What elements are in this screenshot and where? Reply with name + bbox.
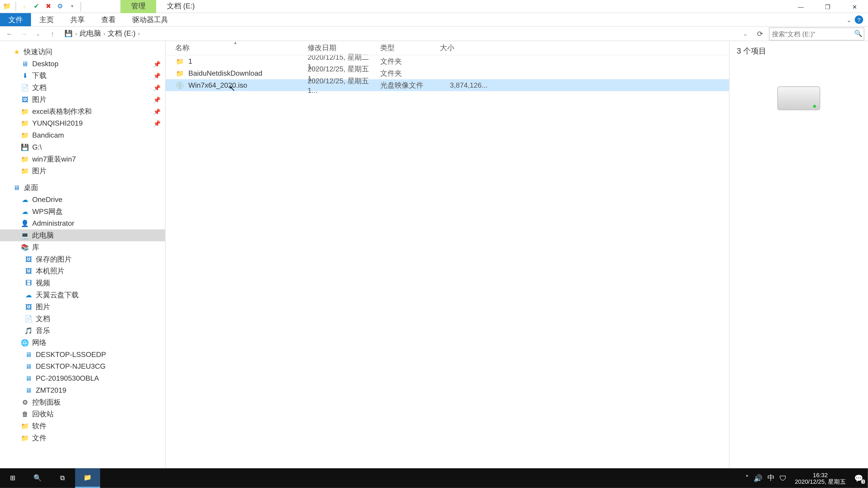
tree-item-wps[interactable]: ☁WPS网盘 xyxy=(0,205,165,218)
tree-item-music[interactable]: 🎵音乐 xyxy=(0,325,165,337)
tree-label: 桌面 xyxy=(24,183,38,193)
column-header-type[interactable]: 类型 xyxy=(380,43,440,53)
main-area: ★ 快速访问 🖥Desktop📌 ⬇下载📌 📄文档📌 🖼图片📌 📁excel表格… xyxy=(0,41,868,468)
security-icon[interactable]: 🛡 xyxy=(779,474,786,482)
breadcrumb-drive-e[interactable]: 文档 (E:) xyxy=(107,29,135,39)
separator xyxy=(16,2,16,11)
tree-label: 快速访问 xyxy=(24,47,53,57)
drive-icon: 💾 xyxy=(20,142,30,152)
address-dropdown-icon[interactable]: ⌄ xyxy=(743,30,747,37)
tree-item-network-pc4[interactable]: 🖥ZMT2019 xyxy=(0,384,165,396)
tree-item-excel-folder[interactable]: 📁excel表格制作求和📌 xyxy=(0,105,165,118)
column-header-size[interactable]: 大小 xyxy=(440,43,488,53)
close-button[interactable]: ✕ xyxy=(841,0,868,13)
document-icon: 📄 xyxy=(20,83,30,92)
tree-item-win7reinstall[interactable]: 📁win7重装win7 xyxy=(0,153,165,165)
tree-item-bandicam[interactable]: 📁Bandicam xyxy=(0,129,165,141)
chevron-right-icon: › xyxy=(75,30,77,37)
taskbar-clock[interactable]: 16:32 2020/12/25, 星期五 xyxy=(791,471,849,485)
ribbon-tab-share[interactable]: 共享 xyxy=(62,13,93,26)
ribbon-tab-view[interactable]: 查看 xyxy=(93,13,124,26)
tree-item-onedrive[interactable]: ☁OneDrive xyxy=(0,194,165,205)
qat-check-icon[interactable]: ✔ xyxy=(32,2,41,11)
back-button[interactable]: ← xyxy=(4,28,16,40)
qat-settings-icon[interactable]: ⚙ xyxy=(55,2,65,11)
tree-item-network-pc1[interactable]: 🖥DESKTOP-LSSOEDP xyxy=(0,349,165,361)
tree-label: 图片 xyxy=(32,94,46,105)
tree-item-network[interactable]: 🌐网络 xyxy=(0,337,165,349)
search-box[interactable]: 🔍 xyxy=(769,27,864,40)
search-icon[interactable]: 🔍 xyxy=(854,30,863,37)
qat-close-icon[interactable]: ✖ xyxy=(43,2,53,11)
file-row-selected[interactable]: 💿 Win7x64_2020.iso 2020/12/25, 星期五 1... … xyxy=(166,79,729,91)
tree-item-control-panel[interactable]: ⚙控制面板 xyxy=(0,396,165,408)
tree-item-pictures[interactable]: 🖼图片📌 xyxy=(0,94,165,105)
ribbon-tab-drive-tools[interactable]: 驱动器工具 xyxy=(124,13,176,26)
tree-item-software[interactable]: 📁软件 xyxy=(0,420,165,432)
drive-icon: 💾 xyxy=(64,30,73,37)
start-button[interactable]: ⊞ xyxy=(0,468,25,488)
file-type: 文件夹 xyxy=(380,56,440,66)
column-headers: ▴ 名称 修改日期 类型 大小 xyxy=(166,41,729,55)
tree-item-documents[interactable]: 📄文档📌 xyxy=(0,82,165,94)
tree-item-administrator[interactable]: 👤Administrator xyxy=(0,218,165,230)
tree-item-camera-roll[interactable]: 🖼本机照片 xyxy=(0,265,165,277)
help-icon[interactable]: ? xyxy=(855,15,863,24)
tree-label: 文件 xyxy=(32,433,46,443)
tree-item-downloads[interactable]: ⬇下载📌 xyxy=(0,70,165,82)
tree-item-pictures2[interactable]: 📁图片 xyxy=(0,165,165,177)
library-icon: 📚 xyxy=(20,242,30,252)
tree-quick-access[interactable]: ★ 快速访问 xyxy=(0,46,165,58)
folder-icon: 📁 xyxy=(20,154,30,164)
tree-item-pictures3[interactable]: 🖼图片 xyxy=(0,301,165,313)
up-button[interactable]: ↑ xyxy=(46,28,59,40)
file-row[interactable]: 📁 BaiduNetdiskDownload 2020/12/25, 星期五 1… xyxy=(166,67,729,79)
folder-icon: 📁 xyxy=(175,57,185,66)
tree-label: 网络 xyxy=(32,337,46,348)
column-header-name[interactable]: 名称 xyxy=(175,43,307,53)
search-input[interactable] xyxy=(772,30,854,37)
tree-item-this-pc[interactable]: 💻此电脑 xyxy=(0,229,165,241)
disc-icon: 💿 xyxy=(175,80,185,90)
search-button[interactable]: 🔍 xyxy=(25,468,50,488)
refresh-button[interactable]: ⟳ xyxy=(753,30,767,38)
tree-item-recycle-bin[interactable]: 🗑回收站 xyxy=(0,408,165,420)
forward-button[interactable]: → xyxy=(18,28,30,40)
ribbon-tab-home[interactable]: 主页 xyxy=(31,13,62,26)
address-box[interactable]: 💾 › 此电脑 › 文档 (E:) › ⌄ xyxy=(61,27,751,40)
tree-item-documents2[interactable]: 📄文档 xyxy=(0,313,165,325)
details-item-count: 3 个项目 xyxy=(737,46,861,57)
tree-item-g-drive[interactable]: 💾G:\ xyxy=(0,141,165,153)
task-view-button[interactable]: ⧉ xyxy=(50,468,75,488)
breadcrumb-this-pc[interactable]: 此电脑 xyxy=(80,29,101,39)
contextual-tab-manage[interactable]: 管理 xyxy=(121,0,156,13)
qat-folder-icon[interactable]: ▫ xyxy=(20,2,29,11)
tree-item-files[interactable]: 📁文件 xyxy=(0,432,165,444)
tree-item-yunqishi[interactable]: 📁YUNQISHI2019📌 xyxy=(0,117,165,129)
action-center-icon[interactable]: 💬3 xyxy=(854,474,863,482)
ime-indicator[interactable]: 中 xyxy=(767,473,775,483)
column-header-date[interactable]: 修改日期 xyxy=(308,43,380,53)
tree-item-desktop[interactable]: 🖥Desktop📌 xyxy=(0,58,165,70)
recent-locations-dropdown[interactable]: ⌄ xyxy=(32,28,44,40)
tree-label: 本机照片 xyxy=(36,266,64,276)
taskbar-explorer[interactable]: 📁 xyxy=(75,468,100,488)
ribbon-expand-icon[interactable]: ⌄ xyxy=(846,17,851,23)
tree-item-network-pc3[interactable]: 🖥PC-20190530OBLA xyxy=(0,372,165,384)
maximize-button[interactable]: ❐ xyxy=(814,0,841,13)
file-row[interactable]: 📁 1 2020/12/15, 星期二 1... 文件夹 xyxy=(166,55,729,67)
tree-item-network-pc2[interactable]: 🖥DESKTOP-NJEU3CG xyxy=(0,360,165,372)
qat-dropdown-icon[interactable]: ▾ xyxy=(67,2,77,11)
tree-item-saved-pictures[interactable]: 🖼保存的图片 xyxy=(0,253,165,265)
tree-label: Administrator xyxy=(32,219,74,228)
tray-overflow-icon[interactable]: ˄ xyxy=(745,474,749,482)
volume-icon[interactable]: 🔊 xyxy=(754,474,763,482)
tree-label: 库 xyxy=(32,242,39,252)
folder-icon: 📁 xyxy=(20,166,30,176)
ribbon-tab-file[interactable]: 文件 xyxy=(0,13,31,26)
minimize-button[interactable]: — xyxy=(787,0,814,13)
tree-item-tianyi[interactable]: ☁天翼云盘下载 xyxy=(0,289,165,301)
tree-desktop-root[interactable]: 🖥桌面 xyxy=(0,182,165,194)
tree-item-videos[interactable]: 🎞视频 xyxy=(0,277,165,289)
tree-item-libraries[interactable]: 📚库 xyxy=(0,241,165,253)
